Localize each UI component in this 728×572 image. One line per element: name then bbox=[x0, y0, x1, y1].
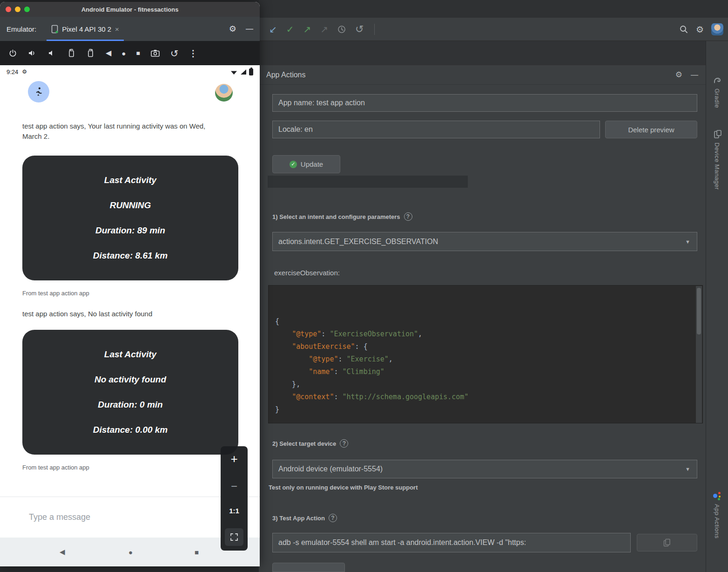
step-3-label: 3) Test App Action ? bbox=[272, 514, 337, 522]
card-title: Last Activity bbox=[31, 168, 230, 193]
parameter-label: exerciseObservation: bbox=[274, 269, 340, 277]
gradle-icon[interactable] bbox=[713, 75, 722, 85]
adb-command-field[interactable]: adb -s emulator-5554 shell am start -a a… bbox=[272, 533, 631, 552]
mac-zoom-button[interactable] bbox=[24, 7, 30, 12]
history-icon[interactable] bbox=[337, 25, 346, 34]
app-actions-panel: App Actions ⚙ — App name: test app actio… bbox=[259, 65, 706, 572]
assistant-message: test app action says, No last activity f… bbox=[22, 309, 218, 319]
update-check-icon: ✓ bbox=[290, 161, 297, 168]
emulator-settings-gear-icon[interactable]: ⚙ bbox=[229, 24, 236, 34]
deploy-icon[interactable]: ↗ bbox=[320, 25, 328, 34]
snapshot-icon[interactable]: ↺ bbox=[170, 48, 179, 58]
card-status: No activity found bbox=[31, 367, 230, 392]
run-action-button-partial[interactable] bbox=[272, 563, 345, 572]
volume-down-icon[interactable] bbox=[47, 48, 56, 58]
user-avatar bbox=[215, 84, 233, 102]
intent-dropdown[interactable]: actions.intent.GET_EXERCISE_OBSERVATION … bbox=[272, 232, 697, 251]
settings-gear-icon[interactable]: ⚙ bbox=[696, 25, 704, 34]
mac-minimize-button[interactable] bbox=[15, 7, 20, 12]
emulator-label: Emulator: bbox=[7, 25, 36, 33]
code-editor-content: { "@type": "ExerciseObservation", "about… bbox=[275, 315, 691, 416]
rotate-left-icon[interactable] bbox=[67, 48, 76, 58]
panel-title: App Actions bbox=[266, 71, 306, 79]
back-icon[interactable]: ◀ bbox=[106, 49, 111, 57]
user-profile-avatar[interactable] bbox=[711, 23, 723, 35]
zoom-out-button[interactable]: − bbox=[231, 480, 237, 493]
ide-main-toolbar: ↙ ✓ ↗ ↗ ↺ ⚙ bbox=[259, 18, 728, 41]
tab-gradle[interactable]: Gradle bbox=[714, 89, 721, 108]
activity-card: Last Activity No activity found Duration… bbox=[22, 330, 238, 455]
tab-pixel-4[interactable]: Pixel 4 API 30 2 × bbox=[47, 17, 124, 41]
tab-device-manager[interactable]: Device Manager bbox=[714, 143, 721, 190]
status-time: 9:24 bbox=[7, 68, 18, 75]
more-icon[interactable]: ⋮ bbox=[189, 49, 197, 58]
push-icon[interactable]: ↗ bbox=[303, 25, 311, 34]
nav-back-button[interactable]: ◀ bbox=[60, 548, 65, 556]
card-status: RUNNING bbox=[31, 193, 230, 218]
phone-status-bar: 9:24 ⚙ bbox=[0, 65, 260, 78]
phone-screen: 9:24 ⚙ test app action says, Your last r… bbox=[0, 65, 260, 566]
status-gear-icon: ⚙ bbox=[22, 68, 27, 75]
battery-icon bbox=[249, 68, 253, 75]
conversation-avatars bbox=[0, 78, 260, 102]
card-duration: Duration: 0 min bbox=[31, 392, 230, 417]
attribution-label: From test app action app bbox=[22, 290, 260, 297]
update-project-icon[interactable]: ↙ bbox=[269, 25, 277, 34]
chevron-down-icon: ▼ bbox=[685, 466, 690, 472]
fit-window-button[interactable] bbox=[225, 528, 243, 546]
emulator-titlebar: Android Emulator - fitnessactions bbox=[0, 2, 260, 17]
rotate-right-icon[interactable] bbox=[86, 48, 95, 58]
emulator-minimize-icon[interactable]: — bbox=[246, 25, 253, 33]
help-icon[interactable]: ? bbox=[329, 514, 337, 522]
card-distance: Distance: 0.00 km bbox=[31, 417, 230, 443]
editor-scrollbar[interactable] bbox=[696, 286, 702, 423]
toolbar-divider bbox=[374, 24, 375, 35]
message-input[interactable]: Type a message bbox=[29, 512, 90, 522]
rollback-icon[interactable]: ↺ bbox=[355, 24, 364, 34]
chevron-down-icon: ▼ bbox=[685, 239, 690, 245]
nav-home-button[interactable]: ● bbox=[128, 548, 133, 556]
zoom-control-panel: + − 1:1 bbox=[221, 446, 248, 551]
ide-editor-gap bbox=[259, 41, 706, 65]
step-1-label: 1) Select an intent and configure parame… bbox=[272, 212, 412, 221]
right-tool-strip: Gradle Device Manager App Actions bbox=[706, 41, 728, 572]
camera-icon[interactable] bbox=[150, 48, 160, 58]
locale-field[interactable]: Locale: en bbox=[272, 121, 600, 138]
volume-up-icon[interactable] bbox=[27, 48, 37, 58]
device-manager-icon[interactable] bbox=[713, 129, 722, 139]
emulator-tabbar: Emulator: Pixel 4 API 30 2 × ⚙ — bbox=[0, 17, 260, 41]
app-name-field[interactable]: App name: test app action bbox=[272, 94, 697, 112]
power-icon[interactable] bbox=[8, 49, 17, 58]
overview-icon[interactable]: ■ bbox=[136, 50, 140, 56]
delete-preview-button[interactable]: Delete preview bbox=[605, 121, 697, 138]
mac-close-button[interactable] bbox=[6, 7, 11, 12]
json-parameter-editor[interactable]: { "@type": "ExerciseObservation", "about… bbox=[268, 285, 703, 423]
help-icon[interactable]: ? bbox=[404, 212, 412, 221]
target-device-dropdown[interactable]: Android device (emulator-5554) ▼ bbox=[272, 460, 697, 478]
app-actions-icon[interactable] bbox=[713, 492, 721, 500]
tab-close-icon[interactable]: × bbox=[115, 25, 119, 33]
tab-app-actions[interactable]: App Actions bbox=[714, 504, 721, 538]
assistant-message: test app action says, Your last running … bbox=[22, 121, 218, 142]
window-title: Android Emulator - fitnessactions bbox=[81, 6, 179, 13]
commit-icon[interactable]: ✓ bbox=[286, 25, 294, 34]
wifi-icon bbox=[230, 69, 237, 75]
emulator-window: Android Emulator - fitnessactions Emulat… bbox=[0, 2, 260, 566]
update-button[interactable]: ✓ Update bbox=[272, 155, 340, 173]
panel-minimize-icon[interactable]: — bbox=[691, 71, 698, 79]
zoom-in-button[interactable]: + bbox=[230, 452, 237, 466]
signal-icon bbox=[240, 69, 247, 75]
runner-icon bbox=[34, 87, 44, 97]
search-icon[interactable] bbox=[679, 25, 688, 34]
card-title: Last Activity bbox=[31, 342, 230, 367]
card-duration: Duration: 89 min bbox=[31, 218, 230, 243]
ide-window-chrome bbox=[259, 0, 728, 18]
device-note: Test only on running device with Play St… bbox=[269, 484, 418, 491]
nav-overview-button[interactable]: ■ bbox=[195, 548, 199, 556]
card-distance: Distance: 8.61 km bbox=[31, 243, 230, 268]
home-icon[interactable]: ● bbox=[121, 50, 126, 57]
panel-settings-gear-icon[interactable]: ⚙ bbox=[675, 70, 682, 80]
copy-command-button[interactable] bbox=[637, 534, 697, 552]
help-icon[interactable]: ? bbox=[340, 439, 348, 448]
zoom-reset-button[interactable]: 1:1 bbox=[229, 507, 239, 515]
